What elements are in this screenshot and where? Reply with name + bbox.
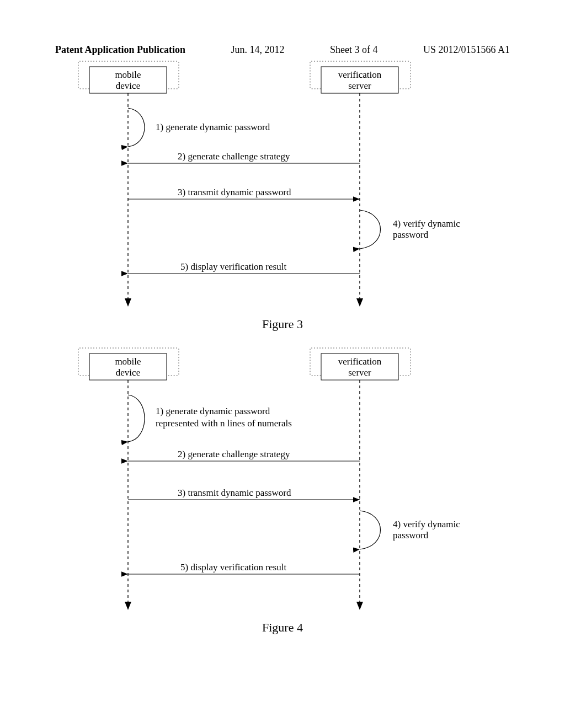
header-left: Patent Application Publication [55,44,185,56]
msg-label: 4) verify dynamic [393,218,460,229]
page: Patent Application Publication Jun. 14, … [0,0,565,728]
msg-label: password [393,229,429,240]
figure-3-caption: Figure 3 [0,317,565,331]
actor-label: device [116,81,140,91]
actor-label: mobile [115,356,141,367]
msg-label: 2) generate challenge strategy [178,449,290,459]
msg-label: password [393,530,429,540]
header-date: Jun. 14, 2012 [231,44,285,56]
actor-label: mobile [115,69,141,80]
msg-label: 5) display verification result [180,562,286,572]
msg-label: 5) display verification result [180,261,286,272]
actor-label: verification [338,356,382,367]
msg-label: 2) generate challenge strategy [178,151,290,162]
actor-label: server [348,367,371,378]
figure-4: mobile device verification server 1) gen… [0,342,565,651]
msg-label: represented with n lines of numerals [156,418,292,429]
msg-label: 1) generate dynamic password [156,122,270,132]
actor-label: server [348,81,371,91]
msg-label: 3) transmit dynamic password [178,187,291,197]
figure-4-svg: mobile device verification server 1) gen… [56,342,509,618]
page-header: Patent Application Publication Jun. 14, … [0,0,565,56]
msg-label: 1) generate dynamic password [156,406,270,416]
actor-label: verification [338,69,382,80]
figure-4-caption: Figure 4 [0,620,565,635]
header-sheet: Sheet 3 of 4 [330,44,377,56]
figure-3: mobile device verification server 1) gen… [0,56,565,342]
figure-3-svg: mobile device verification server 1) gen… [56,56,509,315]
header-pub: US 2012/0151566 A1 [423,44,510,56]
msg-label: 3) transmit dynamic password [178,488,291,498]
msg-label: 4) verify dynamic [393,519,460,529]
actor-label: device [116,367,140,378]
